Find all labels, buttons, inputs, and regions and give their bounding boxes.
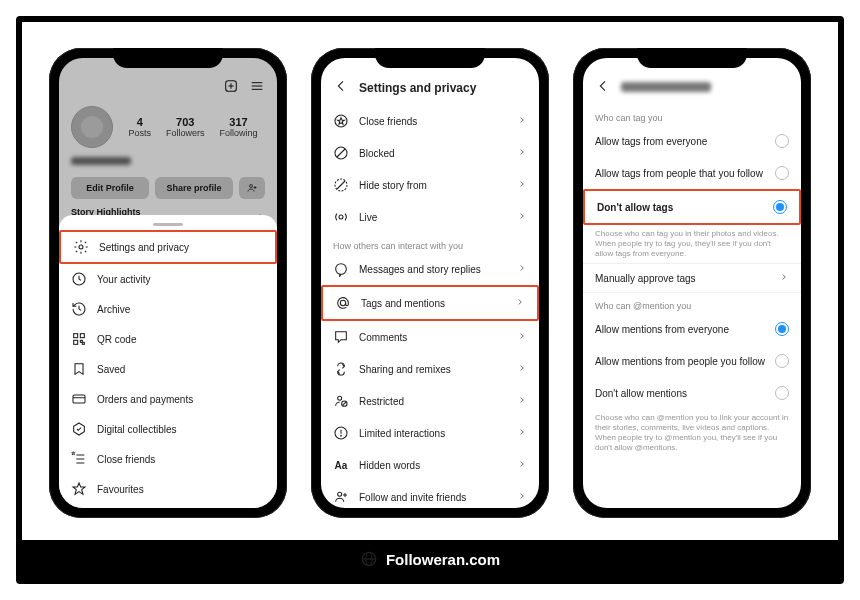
card-icon: [71, 391, 87, 407]
profile-menu-sheet: Settings and privacy Your activity Archi…: [59, 215, 277, 508]
stat-following[interactable]: 317Following: [219, 116, 257, 138]
radio-icon: [775, 354, 789, 368]
create-post-icon[interactable]: [223, 78, 239, 94]
share-profile-button[interactable]: Share profile: [155, 177, 233, 199]
share-icon: [333, 361, 349, 377]
menu-your-activity[interactable]: Your activity: [59, 264, 277, 294]
svg-rect-13: [74, 340, 78, 344]
hide-story-icon: [333, 177, 349, 193]
hidden-words-icon: Aa: [333, 457, 349, 473]
hamburger-menu-icon[interactable]: [249, 78, 265, 94]
mention-desc: Choose who can @mention you to link your…: [583, 409, 801, 457]
back-arrow-icon[interactable]: [333, 78, 349, 97]
svg-marker-20: [73, 483, 85, 494]
menu-saved[interactable]: Saved: [59, 354, 277, 384]
globe-icon: [360, 550, 378, 568]
stat-posts[interactable]: 4Posts: [128, 116, 151, 138]
row-blocked[interactable]: Blocked: [321, 137, 539, 169]
phone-tags-mentions: Who can tag you Allow tags from everyone…: [573, 48, 811, 518]
row-live[interactable]: Live: [321, 201, 539, 233]
row-follow-invite[interactable]: Follow and invite friends: [321, 481, 539, 508]
live-icon: [333, 209, 349, 225]
svg-rect-12: [80, 334, 84, 338]
radio-icon: [775, 166, 789, 180]
svg-point-27: [339, 215, 343, 219]
radio-icon: [775, 322, 789, 336]
menu-orders-payments[interactable]: Orders and payments: [59, 384, 277, 414]
row-tags-mentions[interactable]: Tags and mentions: [321, 285, 539, 321]
chevron-right-icon: [779, 272, 789, 284]
row-close-friends[interactable]: Close friends: [321, 105, 539, 137]
svg-point-29: [340, 300, 345, 305]
radio-icon: [773, 200, 787, 214]
svg-point-36: [338, 492, 342, 496]
svg-line-24: [337, 149, 345, 157]
phone-profile: 4Posts 703Followers 317Following Edit Pr…: [49, 48, 287, 518]
blocked-icon: [333, 145, 349, 161]
svg-line-26: [337, 181, 345, 189]
svg-point-30: [338, 396, 342, 400]
row-sharing-remixes[interactable]: Sharing and remixes: [321, 353, 539, 385]
svg-marker-19: [72, 452, 75, 455]
bookmark-icon: [71, 361, 87, 377]
star-circle-icon: [333, 113, 349, 129]
row-comments[interactable]: Comments: [321, 321, 539, 353]
mention-option-following[interactable]: Allow mentions from people you follow: [583, 345, 801, 377]
tag-option-none[interactable]: Don't allow tags: [583, 189, 801, 225]
star-icon: [71, 481, 87, 497]
avatar[interactable]: [71, 106, 113, 148]
archive-icon: [71, 301, 87, 317]
page-title-masked: [621, 81, 711, 95]
at-icon: [335, 295, 351, 311]
comment-icon: [333, 329, 349, 345]
svg-rect-15: [82, 342, 84, 344]
warning-icon: [333, 425, 349, 441]
add-person-icon: [333, 489, 349, 505]
chevron-right-icon: [517, 115, 527, 127]
stat-followers[interactable]: 703Followers: [166, 116, 205, 138]
messages-icon: [333, 261, 349, 277]
hexagon-check-icon: [71, 421, 87, 437]
tag-option-following[interactable]: Allow tags from people that you follow: [583, 157, 801, 189]
phone-settings-privacy: Settings and privacy Close friends Block…: [311, 48, 549, 518]
menu-archive[interactable]: Archive: [59, 294, 277, 324]
svg-rect-16: [73, 395, 85, 403]
tag-option-everyone[interactable]: Allow tags from everyone: [583, 125, 801, 157]
menu-digital-collectibles[interactable]: Digital collectibles: [59, 414, 277, 444]
svg-rect-11: [74, 334, 78, 338]
row-limited[interactable]: Limited interactions: [321, 417, 539, 449]
mention-option-none[interactable]: Don't allow mentions: [583, 377, 801, 409]
svg-marker-22: [338, 118, 345, 125]
add-friend-icon[interactable]: [239, 177, 265, 199]
row-restricted[interactable]: Restricted: [321, 385, 539, 417]
qr-code-icon: [71, 331, 87, 347]
svg-point-9: [79, 245, 83, 249]
row-hide-story[interactable]: Hide story from: [321, 169, 539, 201]
menu-close-friends[interactable]: Close friends: [59, 444, 277, 474]
gear-icon: [73, 239, 89, 255]
svg-point-6: [250, 185, 253, 188]
activity-icon: [71, 271, 87, 287]
svg-point-28: [336, 264, 347, 275]
menu-settings-privacy[interactable]: Settings and privacy: [59, 230, 277, 264]
mention-option-everyone[interactable]: Allow mentions from everyone: [583, 313, 801, 345]
manually-approve-tags[interactable]: Manually approve tags: [583, 263, 801, 293]
menu-favourites[interactable]: Favourites: [59, 474, 277, 504]
page-title: Settings and privacy: [359, 81, 476, 95]
restricted-icon: [333, 393, 349, 409]
edit-profile-button[interactable]: Edit Profile: [71, 177, 149, 199]
footer-branding: Followeran.com: [22, 540, 838, 578]
tag-desc: Choose who can tag you in their photos a…: [583, 225, 801, 263]
svg-point-35: [341, 435, 342, 436]
radio-icon: [775, 386, 789, 400]
section-interact: How others can interact with you: [321, 233, 539, 253]
section-who-tag: Who can tag you: [583, 105, 801, 125]
svg-line-32: [342, 402, 346, 406]
row-hidden-words[interactable]: AaHidden words: [321, 449, 539, 481]
star-list-icon: [71, 451, 87, 467]
section-who-mention: Who can @mention you: [583, 293, 801, 313]
radio-icon: [775, 134, 789, 148]
row-messages[interactable]: Messages and story replies: [321, 253, 539, 285]
menu-qr-code[interactable]: QR code: [59, 324, 277, 354]
back-arrow-icon[interactable]: [595, 78, 611, 97]
